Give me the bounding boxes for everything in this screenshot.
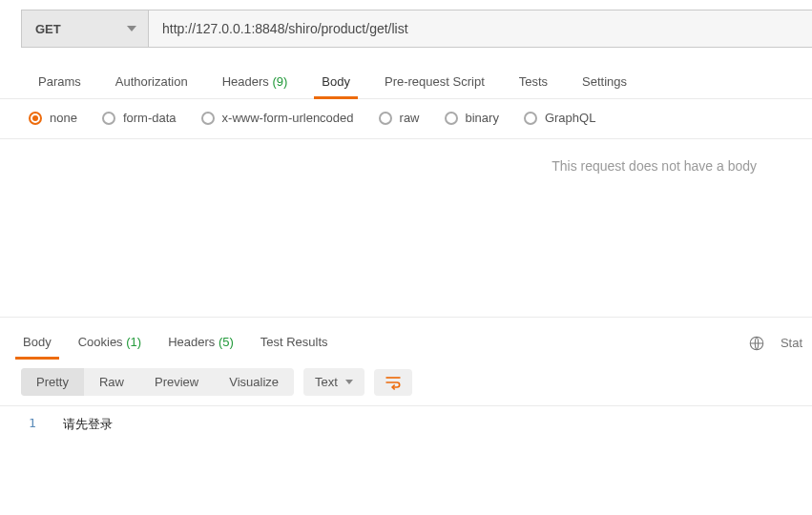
radio-dot-icon <box>102 112 115 125</box>
radio-raw[interactable]: raw <box>379 111 420 125</box>
http-method-value: GET <box>35 22 61 36</box>
view-preview-button[interactable]: Preview <box>139 368 214 396</box>
res-tab-headers-count: (5) <box>219 335 234 349</box>
res-tab-cookies-count: (1) <box>126 335 141 349</box>
http-method-dropdown[interactable]: GET <box>21 10 148 48</box>
radio-dot-icon <box>445 112 458 125</box>
radio-xwww-label: x-www-form-urlencoded <box>222 111 354 125</box>
request-body-panel: This request does not have a body <box>0 139 812 317</box>
tab-params[interactable]: Params <box>21 67 98 98</box>
language-value: Text <box>315 375 338 389</box>
view-raw-button[interactable]: Raw <box>84 368 139 396</box>
radio-raw-label: raw <box>400 111 420 125</box>
tab-body[interactable]: Body <box>304 67 367 98</box>
request-tabs: Params Authorization Headers (9) Body Pr… <box>0 57 812 99</box>
empty-body-message: This request does not have a body <box>552 158 757 174</box>
tab-prerequest[interactable]: Pre-request Script <box>367 67 502 98</box>
response-tabs: Body Cookies (1) Headers (5) Test Result… <box>10 327 342 359</box>
language-dropdown[interactable]: Text <box>303 368 364 396</box>
tab-headers-count: (9) <box>272 74 287 89</box>
line-number: 1 <box>29 416 36 433</box>
radio-xwww[interactable]: x-www-form-urlencoded <box>201 111 354 125</box>
chevron-down-icon <box>127 26 136 31</box>
res-tab-cookies[interactable]: Cookies (1) <box>65 327 155 359</box>
radio-form-data[interactable]: form-data <box>102 111 177 125</box>
tab-headers-label: Headers <box>222 74 269 89</box>
status-label: Stat <box>781 336 802 350</box>
chevron-down-icon <box>345 380 353 384</box>
res-tab-test-results[interactable]: Test Results <box>247 327 342 359</box>
wrap-icon <box>384 374 403 391</box>
res-tab-headers-label: Headers <box>168 335 215 349</box>
radio-binary[interactable]: binary <box>445 111 499 125</box>
radio-none[interactable]: none <box>29 111 77 125</box>
res-tab-body[interactable]: Body <box>10 327 65 359</box>
radio-dot-icon <box>524 112 537 125</box>
radio-graphql-label: GraphQL <box>545 111 595 125</box>
response-toolbar: Pretty Raw Preview Visualize Text <box>0 359 812 406</box>
url-input[interactable] <box>148 10 812 48</box>
res-tab-cookies-label: Cookies <box>78 335 123 349</box>
wrap-lines-button[interactable] <box>374 369 412 396</box>
radio-dot-icon <box>201 112 215 125</box>
radio-binary-label: binary <box>466 111 499 125</box>
view-pretty-button[interactable]: Pretty <box>21 368 84 396</box>
tab-headers[interactable]: Headers (9) <box>205 67 305 98</box>
response-body: 1 请先登录 <box>0 406 812 433</box>
radio-none-label: none <box>50 111 77 125</box>
tab-authorization[interactable]: Authorization <box>98 67 205 98</box>
radio-dot-icon <box>29 112 42 125</box>
tab-settings[interactable]: Settings <box>565 67 644 98</box>
response-header: Body Cookies (1) Headers (5) Test Result… <box>0 317 812 359</box>
tab-tests[interactable]: Tests <box>502 67 565 98</box>
globe-icon[interactable] <box>748 335 765 352</box>
body-type-radios: none form-data x-www-form-urlencoded raw… <box>0 99 812 139</box>
view-mode-switch: Pretty Raw Preview Visualize <box>21 368 294 396</box>
radio-formdata-label: form-data <box>123 111 177 125</box>
view-visualize-button[interactable]: Visualize <box>214 368 294 396</box>
res-tab-headers[interactable]: Headers (5) <box>155 327 247 359</box>
radio-dot-icon <box>379 112 392 125</box>
radio-graphql[interactable]: GraphQL <box>524 111 595 125</box>
response-line: 请先登录 <box>63 416 113 433</box>
